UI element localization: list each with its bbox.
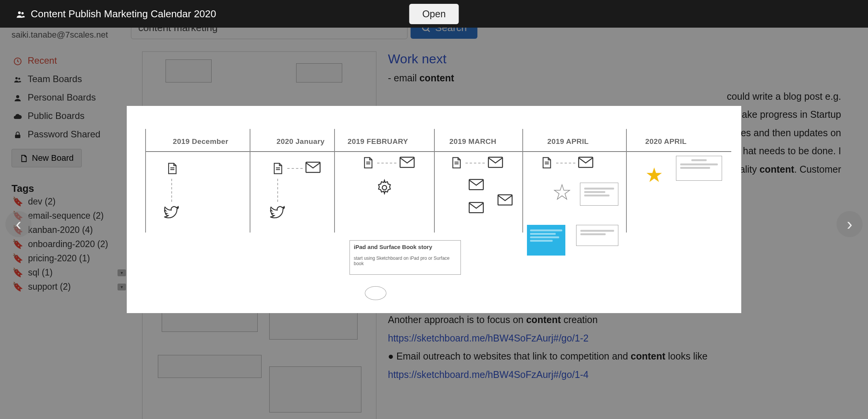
svg-point-8 [22,12,24,14]
lightbox-title: Content Publish Marketing Calendar 2020 [31,8,216,20]
envelope-icon [578,157,593,168]
svg-rect-20 [489,157,503,168]
timeline-tick [626,129,627,233]
dashed-connector [556,163,575,163]
timeline-tick [522,129,523,233]
dashed-connector [465,163,485,163]
twitter-icon [269,204,286,221]
note-card: iPad and Surface Book story start using … [350,240,461,275]
prev-arrow-button[interactable]: ‹ [5,211,31,237]
note-card [580,183,618,206]
envelope-icon [497,194,513,206]
note-body: start using Sketchboard on iPad pro or S… [354,256,457,266]
timeline-tick [145,129,146,233]
document-icon [271,162,285,175]
dashed-connector [171,179,172,202]
document-icon [361,156,375,170]
speech-bubble-icon [365,286,386,300]
dashed-connector [277,179,278,202]
timeline-month: 2019 December [173,137,229,146]
timeline-tick [250,129,250,233]
lightbox-top-bar: Content Publish Marketing Calendar 2020 … [0,0,868,28]
twitter-icon [163,204,180,221]
board-preview: 2019 December 2020 January 2019 FEBRUARY… [127,106,741,313]
note-card [676,156,722,181]
dashed-connector [377,163,396,163]
users-icon [15,8,26,20]
open-button[interactable]: Open [409,4,459,24]
envelope-icon [488,157,503,168]
document-icon [449,156,463,170]
svg-rect-23 [498,195,512,205]
svg-rect-26 [579,157,593,168]
svg-rect-22 [469,203,484,213]
timeline-tick [334,129,335,233]
next-arrow-button[interactable]: › [837,211,863,237]
star-outline-icon: ★ [553,181,571,204]
note-card [576,225,618,246]
document-icon [165,162,179,175]
envelope-icon [305,162,321,173]
envelope-icon [469,179,484,190]
timeline-month: 2020 January [277,137,325,146]
dashed-connector [287,168,303,169]
envelope-icon [469,202,484,213]
star-icon: ★ [645,163,663,186]
envelope-icon [399,157,415,168]
gear-icon [376,179,393,196]
svg-point-17 [382,185,387,190]
timeline-tick [434,129,435,233]
timeline-month: 2019 APRIL [547,137,589,146]
svg-point-7 [18,11,21,14]
svg-rect-21 [469,180,484,190]
svg-rect-16 [400,157,414,168]
note-title: iPad and Surface Book story [354,244,457,250]
timeline-month: 2019 FEBRUARY [348,137,408,146]
svg-rect-13 [306,162,320,173]
document-icon [540,156,553,170]
timeline-month: 2019 MARCH [449,137,496,146]
timeline-month: 2020 APRIL [645,137,687,146]
sticky-note [527,225,565,256]
timeline-axis [145,151,731,152]
